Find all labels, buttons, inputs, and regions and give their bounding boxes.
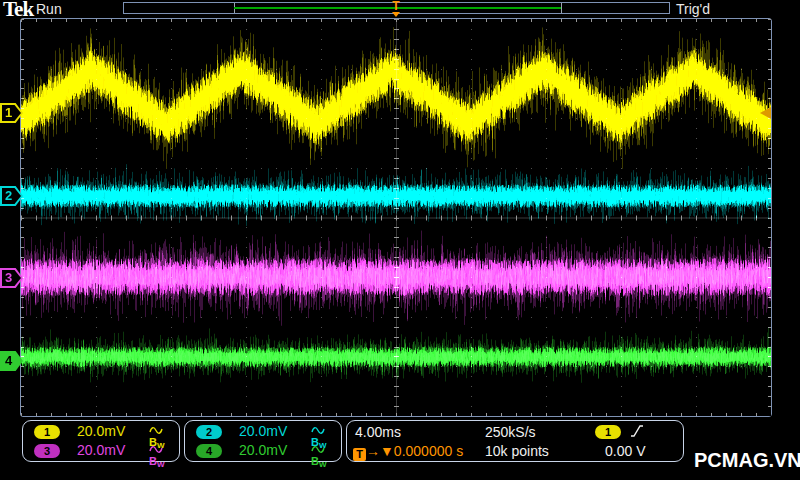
- record-length: 10k points: [485, 443, 549, 459]
- channel3-readout: 3 20.0mV BW: [23, 441, 179, 461]
- sample-rate: 250kS/s: [485, 424, 536, 440]
- trigger-t-icon: T: [353, 448, 366, 461]
- channel2-badge: 2: [196, 425, 222, 439]
- readout-box-horizontal-trigger: 4.00ms 250kS/s 1 T→▼0.000000 s 10k point…: [346, 420, 684, 462]
- channel4-scale: 20.0mV: [239, 442, 287, 458]
- ac-coupling-icon: [311, 444, 326, 455]
- bandwidth-limit-icon: BW: [149, 455, 165, 467]
- trigger-position-readout: T→▼0.000000 s: [353, 443, 463, 461]
- channel2-marker-label: 2: [0, 186, 17, 206]
- trigger-position-value: 0.000000 s: [394, 443, 463, 459]
- trigger-top-marker-label: T: [392, 0, 399, 13]
- channel3-badge: 3: [34, 444, 60, 458]
- watermark: PCMAG.VN: [694, 449, 800, 472]
- trigger-source-badge: 1: [595, 425, 621, 439]
- channel1-scale: 20.0mV: [77, 423, 125, 439]
- channel1-marker-label: 1: [0, 103, 17, 123]
- acquisition-status: Run: [36, 1, 62, 17]
- oscilloscope-screen: Tek Run T Trig'd T 1 2 3 4: [0, 0, 800, 480]
- readout-box-ch1-ch3: 1 20.0mV BW 3 20.0mV BW: [22, 420, 180, 462]
- timebase-scale: 4.00ms: [355, 424, 401, 440]
- readout-box-ch2-ch4: 2 20.0mV BW 4 20.0mV BW: [184, 420, 342, 462]
- waveform-display: [21, 19, 771, 416]
- bandwidth-limit-icon: BW: [311, 455, 327, 467]
- channel1-reference-marker: 1: [0, 103, 23, 123]
- channel2-scale: 20.0mV: [239, 423, 287, 439]
- channel4-badge: 4: [196, 444, 222, 458]
- trigger-position-arrows-icon: →▼: [366, 443, 394, 459]
- rising-edge-icon: [629, 424, 645, 442]
- trigger-level: 0.00 V: [605, 443, 645, 459]
- channel1-readout: 1 20.0mV BW: [23, 422, 179, 442]
- channel4-reference-marker: 4: [0, 351, 23, 371]
- ac-coupling-icon: [149, 425, 164, 436]
- trigger-level-arrow-icon: [760, 107, 771, 119]
- record-window-divider-right: [561, 3, 562, 13]
- ac-coupling-icon: [149, 444, 164, 455]
- channel4-coupling-icons: BW: [311, 443, 341, 469]
- channel2-reference-marker: 2: [0, 186, 23, 206]
- ac-coupling-icon: [311, 425, 326, 436]
- channel4-readout: 4 20.0mV BW: [185, 441, 341, 461]
- channel3-coupling-icons: BW: [149, 443, 179, 469]
- trigger-position-top-marker: T: [388, 0, 404, 20]
- trigger-status: Trig'd: [676, 1, 710, 17]
- channel1-badge: 1: [34, 425, 60, 439]
- channel4-marker-label: 4: [0, 351, 17, 371]
- graticule: [20, 18, 772, 417]
- channel3-reference-marker: 3: [0, 268, 23, 288]
- channel2-readout: 2 20.0mV BW: [185, 422, 341, 442]
- channel3-marker-label: 3: [0, 268, 17, 288]
- channel3-scale: 20.0mV: [77, 442, 125, 458]
